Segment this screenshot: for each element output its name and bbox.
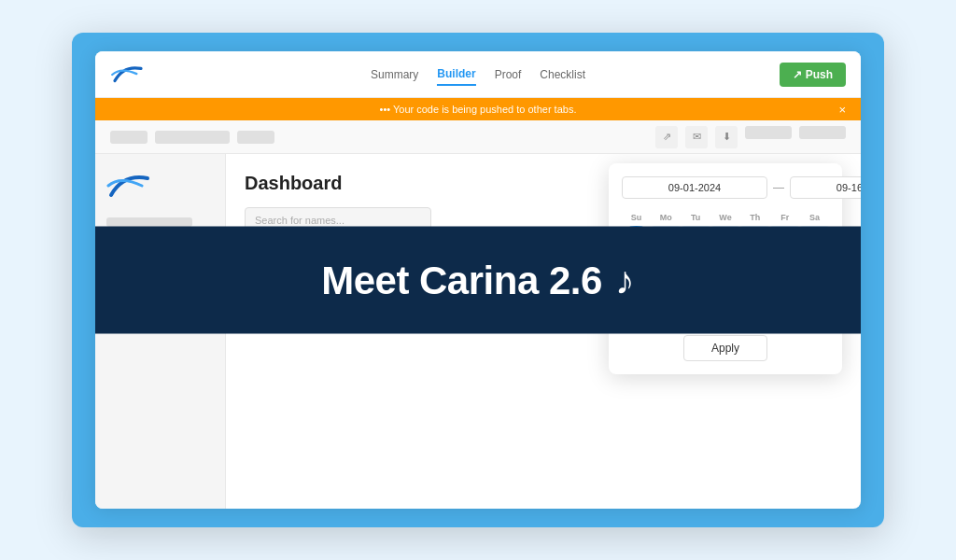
sidebar-item-1 [106,217,192,227]
music-icon: ♪ [615,258,635,302]
action-pill-3 [237,131,274,144]
download-icon[interactable]: ⬇ [715,126,738,148]
top-nav: Summary Builder Proof Checklist ↗ Push [95,51,861,98]
mail-icon[interactable]: ✉ [685,126,708,148]
tab-checklist[interactable]: Checklist [540,64,585,85]
logo-icon [110,62,146,88]
push-button[interactable]: ↗ Push [780,63,846,87]
start-date-input[interactable] [622,176,767,199]
search-placeholder: Search for names... [255,215,344,226]
cal-header-we: We [711,210,740,225]
notification-bar: ••• Your code is being pushed to other t… [95,98,861,120]
tab-builder[interactable]: Builder [437,63,475,86]
banner-text: Meet Carina 2.6 [321,258,602,302]
share-icon[interactable]: ⇗ [655,126,678,148]
cal-header-tu: Tu [682,210,710,225]
action-icons: ⇗ ✉ ⬇ [655,126,846,148]
cal-header-th: Th [740,210,769,225]
cal-header-sa: Sa [800,210,829,225]
action-pill-1 [110,131,148,144]
action-bar: ⇗ ✉ ⬇ [95,120,861,154]
sidebar-logo [106,169,153,203]
banner-overlay: Meet Carina 2.6 ♪ [95,227,861,334]
cal-header-mo: Mo [652,210,681,225]
date-range-dash: — [773,181,784,194]
tab-proof[interactable]: Proof [495,64,522,85]
cal-header-su: Su [622,210,651,225]
apply-button[interactable]: Apply [683,335,767,361]
date-range-inputs: — × [622,176,829,199]
cal-header-fr: Fr [770,210,799,225]
logo-area [110,62,166,88]
end-date-input[interactable] [790,176,861,199]
nav-tabs: Summary Builder Proof Checklist [371,63,585,86]
tab-summary[interactable]: Summary [371,64,418,85]
app-frame: Summary Builder Proof Checklist ↗ Push •… [95,51,861,509]
view-pill [745,126,792,139]
notification-message: ••• Your code is being pushed to other t… [380,104,577,115]
outer-frame: Summary Builder Proof Checklist ↗ Push •… [72,33,884,527]
notification-close[interactable]: × [838,103,846,117]
cursor-icon: ↗ [793,68,802,81]
edit-pill [799,126,846,139]
action-pill-2 [155,131,230,144]
